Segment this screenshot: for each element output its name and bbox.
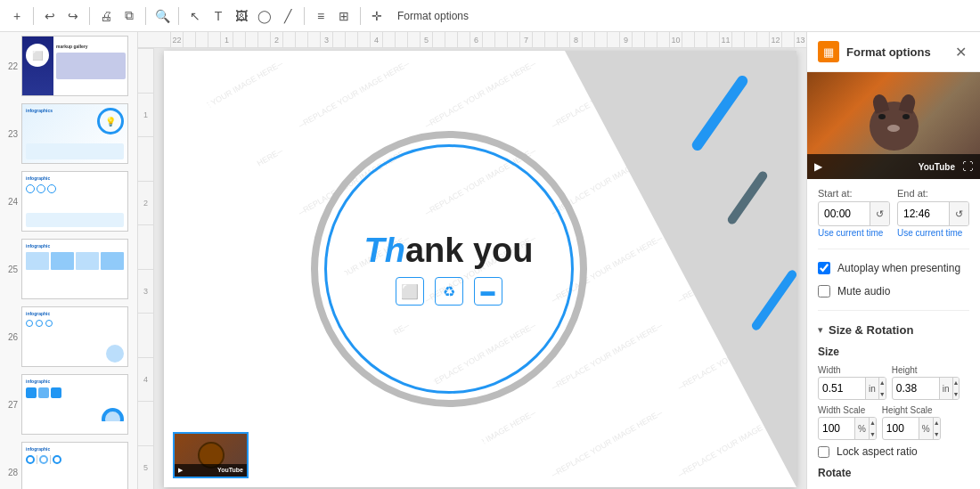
slide-thumb-22[interactable]: markup gallery ⬜	[21, 36, 128, 96]
thank-you-suffix: ank you	[405, 232, 534, 269]
rotate-label: Rotate	[818, 467, 969, 479]
size-rotation-header[interactable]: ▾ Size & Rotation	[818, 322, 969, 338]
slide-number-28: 28	[4, 468, 18, 477]
video-thumbnail-overlay[interactable]: ▶ YouTube	[173, 432, 249, 478]
ruler-h-mark	[482, 32, 494, 48]
height-spin-up[interactable]: ▲	[953, 377, 960, 388]
slide-number-27: 27	[4, 400, 18, 410]
width-scale-label: Width Scale	[818, 405, 877, 415]
width-label: Width	[818, 365, 886, 375]
toolbar-sep-5	[304, 7, 305, 25]
scale-row: Width Scale % ▲ ▼ Height Scale	[818, 405, 969, 440]
toolbar-text[interactable]: T	[208, 6, 228, 26]
height-scale-spin-up[interactable]: ▲	[934, 417, 940, 428]
width-scale-spin-up[interactable]: ▲	[870, 417, 876, 428]
slide-thumb-25[interactable]: infographic	[21, 239, 128, 299]
ruler-h-mark	[632, 32, 644, 48]
slide-item-26[interactable]: 26 infographic	[0, 303, 137, 371]
start-at-input[interactable]	[819, 208, 870, 220]
lock-aspect-checkbox[interactable]	[818, 446, 829, 458]
slide-item-25[interactable]: 25 infographic	[0, 235, 137, 303]
width-scale-input-group: % ▲ ▼	[818, 417, 877, 440]
ruler-v-mark: 2	[138, 181, 154, 225]
format-panel-icon: ▦	[818, 41, 839, 62]
fullscreen-button[interactable]: ⛶	[962, 160, 973, 173]
toolbar-image[interactable]: 🖼	[232, 6, 251, 26]
format-panel: ▦ Format options ✕ ▶	[806, 32, 980, 489]
toolbar-align-center[interactable]: ⊞	[334, 6, 354, 26]
toolbar-line[interactable]: ╱	[278, 6, 298, 26]
ruler-v-mark: 3	[138, 269, 154, 314]
toolbar-insert[interactable]: ✛	[367, 6, 387, 26]
format-panel-close-button[interactable]: ✕	[951, 43, 969, 61]
slide-thumb-23[interactable]: infographics 💡	[21, 103, 128, 164]
height-scale-spin-down[interactable]: ▼	[934, 428, 940, 440]
thank-you-text: Thank you	[363, 232, 533, 270]
ruler-h-mark	[395, 32, 407, 48]
toolbar-redo[interactable]: ↪	[63, 6, 83, 26]
toolbar-shape[interactable]: ◯	[255, 6, 274, 26]
slide-item-23[interactable]: 23 infographics 💡	[0, 100, 137, 167]
width-scale-input[interactable]	[819, 422, 854, 435]
slide-item-24[interactable]: 24 infographic	[0, 167, 137, 235]
play-button[interactable]: ▶	[814, 160, 822, 173]
autoplay-row: Autoplay when presenting	[818, 260, 969, 276]
slide-number-22: 22	[4, 61, 18, 71]
time-row: Start at: ↺ Use current time End at: ↺ U…	[818, 188, 969, 238]
toolbar-copy[interactable]: ⧉	[119, 6, 139, 26]
slide-thumb-26[interactable]: infographic	[21, 306, 128, 367]
ruler-h-mark	[607, 32, 619, 48]
ruler-v-mark	[138, 48, 154, 93]
mute-checkbox[interactable]	[818, 285, 830, 297]
start-at-refresh[interactable]: ↺	[870, 201, 889, 226]
height-scale-label: Height Scale	[882, 405, 941, 415]
width-spin-up[interactable]: ▲	[879, 377, 886, 388]
ruler-h-mark	[445, 32, 457, 48]
ruler-h-mark	[744, 32, 756, 48]
toolbar-icon-add[interactable]: +	[7, 6, 27, 26]
toolbar-sep-1	[33, 7, 34, 25]
ruler-h-mark: 5	[420, 32, 432, 48]
slide-item-28[interactable]: 28 infographic	[0, 438, 137, 489]
ruler-h-mark	[233, 32, 245, 48]
ruler-h-mark	[544, 32, 557, 48]
slide-thumb-24[interactable]: infographic	[21, 171, 128, 232]
lock-label: Lock aspect ratio	[837, 445, 918, 458]
ruler-h-mark	[208, 32, 220, 48]
slide-item-27[interactable]: 27 infographic	[0, 371, 137, 438]
video-preview[interactable]: ▶ YouTube ⛶	[807, 72, 980, 179]
toolbar-undo[interactable]: ↩	[40, 6, 60, 26]
ruler-h-mark	[494, 32, 507, 48]
end-use-current[interactable]: Use current time	[897, 228, 969, 238]
width-scale-spin: ▲ ▼	[869, 417, 876, 440]
toolbar-print[interactable]: 🖨	[96, 6, 116, 26]
autoplay-checkbox[interactable]	[818, 262, 830, 274]
slide-thumb-28[interactable]: infographic	[21, 442, 128, 489]
ruler-v-mark	[138, 224, 154, 269]
height-spin-down[interactable]: ▼	[953, 388, 960, 400]
width-scale-spin-down[interactable]: ▼	[870, 428, 876, 440]
width-input[interactable]	[819, 382, 865, 395]
toolbar-cursor[interactable]: ↖	[185, 6, 205, 26]
height-input[interactable]	[893, 382, 939, 395]
slide-thumb-27[interactable]: infographic	[21, 374, 128, 435]
height-scale-input[interactable]	[883, 422, 919, 435]
toolbar-zoom[interactable]: 🔍	[152, 6, 172, 26]
toolbar-align-left[interactable]: ≡	[311, 6, 331, 26]
section-arrow-icon: ▾	[818, 324, 823, 336]
end-at-input[interactable]	[898, 208, 949, 220]
slide-content[interactable]: —REPLACE YOUR IMAGE HERE— —REPLACE YOUR …	[164, 51, 796, 487]
start-use-current[interactable]: Use current time	[818, 228, 890, 238]
ruler-h-mark	[345, 32, 357, 48]
ruler-h-mark	[183, 32, 195, 48]
ruler-h-mark	[694, 32, 706, 48]
ruler-horizontal: 22 1 2 3 4 5	[138, 32, 806, 48]
end-at-refresh[interactable]: ↺	[949, 201, 968, 226]
slide-icon-card: ▬	[474, 277, 502, 306]
slide-item-22[interactable]: 22 markup gallery ⬜	[0, 32, 137, 100]
width-spin-down[interactable]: ▼	[879, 388, 886, 400]
height-unit: in	[939, 378, 952, 399]
divider-2	[818, 310, 969, 311]
ruler-h-mark: 2	[270, 32, 282, 48]
width-scale-field: Width Scale % ▲ ▼	[818, 405, 877, 440]
